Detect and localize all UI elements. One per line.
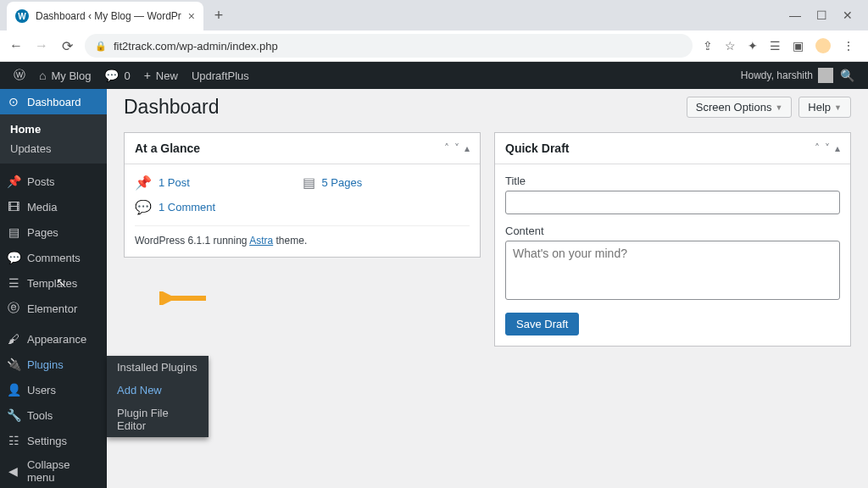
dashboard-submenu: Home Updates — [0, 114, 107, 164]
toggle-panel-icon[interactable]: ▴ — [835, 142, 840, 154]
dashboard-icon: ⊙ — [7, 95, 20, 108]
menu-comments[interactable]: 💬Comments — [0, 245, 107, 270]
menu-pages[interactable]: ▤Pages — [0, 219, 107, 245]
menu-plugins[interactable]: 🔌Plugins — [0, 352, 107, 377]
at-a-glance-widget: At a Glance ˄ ˅ ▴ 📌1 Post ▤5 Pages — [124, 132, 481, 258]
wp-admin-bar: ⓦ ⌂My Blog 💬0 +New UpdraftPlus Howdy, ha… — [0, 62, 868, 89]
wp-logo[interactable]: ⓦ — [7, 62, 32, 89]
posts-count-link[interactable]: 1 Post — [159, 176, 190, 189]
help-button[interactable]: Help▼ — [798, 97, 851, 118]
menu-settings[interactable]: ☷Settings — [0, 428, 107, 453]
reading-list-icon[interactable]: ☰ — [770, 39, 781, 53]
home-icon: ⌂ — [39, 69, 46, 82]
menu-posts[interactable]: 📌Posts — [0, 169, 107, 194]
user-avatar[interactable] — [818, 68, 833, 83]
widget-title: At a Glance — [135, 141, 200, 155]
address-bar[interactable]: 🔒 fit2track.com/wp-admin/index.php — [85, 34, 693, 58]
flyout-add-new[interactable]: Add New — [107, 379, 209, 402]
screen-options-button[interactable]: Screen Options▼ — [687, 97, 793, 118]
move-down-icon[interactable]: ˅ — [825, 142, 830, 154]
draft-content-textarea[interactable] — [505, 241, 840, 300]
menu-tools[interactable]: 🔧Tools — [0, 402, 107, 428]
comment-icon: 💬 — [104, 69, 119, 82]
submenu-updates[interactable]: Updates — [0, 139, 107, 158]
wordpress-favicon: W — [15, 9, 29, 23]
menu-appearance[interactable]: 🖌Appearance — [0, 326, 107, 352]
pin-icon: 📌 — [7, 175, 20, 188]
user-icon: 👤 — [7, 383, 20, 396]
url-text: fit2track.com/wp-admin/index.php — [114, 40, 278, 53]
pages-count-link[interactable]: 5 Pages — [322, 176, 363, 189]
comment-icon: 💬 — [135, 199, 152, 215]
collapse-icon: ◀ — [7, 464, 20, 478]
sliders-icon: ☷ — [7, 434, 20, 447]
wp-version-text: WordPress 6.1.1 running — [135, 235, 249, 247]
bookmark-star-icon[interactable]: ☆ — [725, 39, 736, 53]
flyout-plugin-file-editor[interactable]: Plugin File Editor — [107, 402, 209, 437]
comment-icon: 💬 — [7, 251, 20, 264]
annotation-arrow — [159, 291, 210, 308]
move-down-icon[interactable]: ˅ — [454, 142, 459, 154]
extensions-icon[interactable]: ✦ — [748, 39, 758, 53]
chevron-down-icon: ▼ — [834, 103, 842, 112]
media-icon: 🎞 — [7, 200, 20, 214]
widget-title: Quick Draft — [505, 141, 569, 155]
browser-tab[interactable]: W Dashboard ‹ My Blog — WordPr × — [7, 2, 203, 30]
menu-users[interactable]: 👤Users — [0, 377, 107, 402]
howdy-text[interactable]: Howdy, harshith — [741, 69, 813, 81]
comments-count-link[interactable]: 1 Comment — [159, 201, 215, 214]
save-draft-button[interactable]: Save Draft — [505, 313, 579, 336]
plus-icon: + — [144, 69, 151, 82]
menu-media[interactable]: 🎞Media — [0, 194, 107, 219]
submenu-home[interactable]: Home — [0, 119, 107, 139]
theme-link[interactable]: Astra — [249, 235, 273, 247]
profile-avatar-icon[interactable] — [815, 38, 831, 53]
share-icon[interactable]: ⇪ — [703, 39, 713, 53]
window-controls: ― ☐ ✕ — [789, 8, 868, 22]
close-tab-icon[interactable]: × — [188, 9, 195, 23]
page-title: Dashboard — [124, 96, 220, 119]
sidepanel-icon[interactable]: ▣ — [793, 39, 804, 53]
updraftplus-link[interactable]: UpdraftPlus — [185, 62, 256, 89]
menu-elementor[interactable]: ⓔElementor — [0, 296, 107, 321]
admin-sidebar: ⊙Dashboard Home Updates 📌Posts 🎞Media ▤P… — [0, 89, 107, 488]
close-window-icon[interactable]: ✕ — [843, 8, 853, 22]
move-up-icon[interactable]: ˄ — [815, 142, 820, 154]
chevron-down-icon: ▼ — [775, 103, 782, 112]
site-name-link[interactable]: ⌂My Blog — [32, 62, 97, 89]
wrench-icon: 🔧 — [7, 408, 20, 422]
wp-body-content: Dashboard Screen Options▼ Help▼ At a Gla… — [107, 89, 868, 488]
comments-link[interactable]: 💬0 — [97, 62, 136, 89]
mouse-cursor-icon: ↖ — [56, 275, 66, 289]
menu-dashboard[interactable]: ⊙Dashboard — [0, 89, 107, 114]
content-label: Content — [505, 225, 840, 237]
wordpress-icon: ⓦ — [14, 68, 25, 83]
lock-icon: 🔒 — [95, 41, 107, 52]
plugins-flyout: Installed Plugins Add New Plugin File Ed… — [107, 356, 209, 437]
pages-icon: ▤ — [303, 175, 315, 191]
draft-title-input[interactable] — [505, 191, 840, 214]
page-icon: ▤ — [7, 225, 20, 239]
maximize-icon[interactable]: ☐ — [816, 8, 827, 22]
menu-templates[interactable]: ☰Templates — [0, 270, 107, 296]
move-up-icon[interactable]: ˄ — [444, 142, 449, 154]
quick-draft-widget: Quick Draft ˄ ˅ ▴ Title Content Save Dra… — [494, 132, 851, 347]
browser-tab-bar: W Dashboard ‹ My Blog — WordPr × + ― ☐ ✕ — [0, 0, 868, 30]
kebab-menu-icon[interactable]: ⋮ — [843, 39, 854, 53]
new-content-link[interactable]: +New — [137, 62, 185, 89]
plugin-icon: 🔌 — [7, 358, 20, 371]
title-label: Title — [505, 175, 840, 187]
new-tab-button[interactable]: + — [207, 3, 231, 27]
search-toggle[interactable]: 🔍 — [833, 62, 861, 89]
reload-button[interactable]: ⟳ — [59, 38, 75, 54]
elementor-icon: ⓔ — [7, 301, 20, 316]
minimize-icon[interactable]: ― — [789, 8, 801, 22]
flyout-installed-plugins[interactable]: Installed Plugins — [107, 356, 209, 379]
pin-icon: 📌 — [135, 175, 152, 191]
toggle-panel-icon[interactable]: ▴ — [465, 142, 470, 154]
search-icon: 🔍 — [840, 69, 854, 82]
templates-icon: ☰ — [7, 276, 20, 290]
forward-button[interactable]: → — [34, 38, 49, 53]
back-button[interactable]: ← — [8, 38, 24, 53]
collapse-menu[interactable]: ◀Collapse menu — [0, 458, 107, 484]
